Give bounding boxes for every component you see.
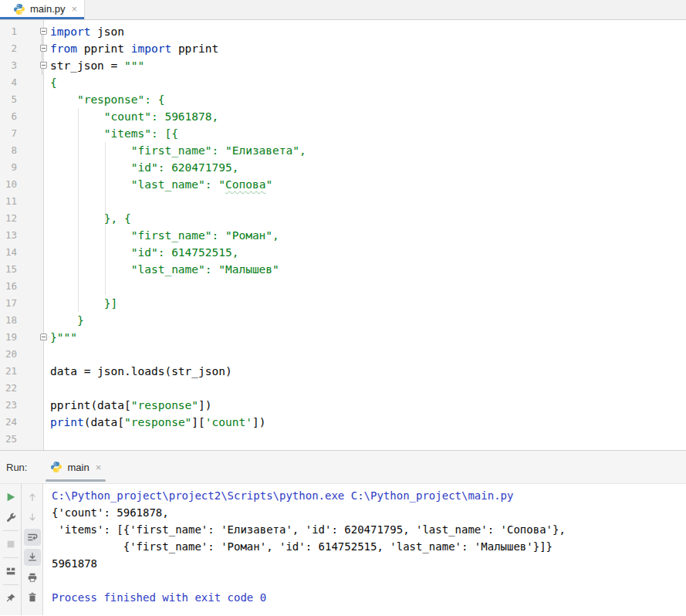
console-line: C:\Python_project\project2\Scripts\pytho…	[52, 487, 686, 504]
gutter-fold-column	[17, 346, 50, 363]
code-text: pprint(data["response"])	[50, 397, 212, 414]
code-text: "first_name": "Елизавета",	[50, 142, 306, 159]
code-text: {	[50, 74, 57, 91]
code-text: }"""	[50, 329, 77, 346]
code-line: 17 }]	[0, 295, 686, 312]
editor[interactable]: 1import json2from pprint import pprint3s…	[0, 20, 686, 450]
code-text: "response": {	[50, 91, 164, 108]
tab-title: main.py	[30, 3, 66, 15]
clear-all-icon[interactable]	[24, 589, 41, 606]
code-text: "count": 5961878,	[50, 108, 218, 125]
code-line: 20	[0, 346, 686, 363]
run-panel-header: Run: main ×	[0, 450, 686, 484]
run-label: Run:	[6, 462, 27, 473]
gutter-fold-column	[17, 295, 50, 312]
run-tab-title: main	[67, 462, 89, 473]
console-output: C:\Python_project\project2\Scripts\pytho…	[43, 484, 686, 606]
up-stacktrace-icon[interactable]	[24, 489, 41, 506]
code-line: 2from pprint import pprint	[0, 40, 686, 57]
line-number: 1	[0, 23, 17, 40]
gutter-fold-column	[17, 142, 50, 159]
code-text: "last_name": "Сопова"	[50, 176, 272, 193]
code-line: 9 "id": 620471795,	[0, 159, 686, 176]
code-line: 15 "last_name": "Малышев"	[0, 261, 686, 278]
gutter-fold-column	[17, 23, 50, 40]
gutter-fold-column	[17, 108, 50, 125]
code-line: 13 "first_name": "Роман",	[0, 227, 686, 244]
pin-icon[interactable]	[2, 590, 19, 607]
console-line: {'count': 5961878,	[52, 504, 686, 521]
gutter-fold-column	[17, 57, 50, 74]
code-text: str_json = """	[50, 57, 144, 74]
gutter-fold-column	[17, 210, 50, 227]
code-line: 21data = json.loads(str_json)	[0, 363, 686, 380]
code-text: "items": [{	[50, 125, 178, 142]
gutter-fold-column	[17, 159, 50, 176]
code-line: 7 "items": [{	[0, 125, 686, 142]
code-line: 5 "response": {	[0, 91, 686, 108]
gutter-fold-column	[17, 312, 50, 329]
line-number: 24	[0, 414, 17, 431]
line-number: 12	[0, 210, 17, 227]
gutter-fold-column	[17, 91, 50, 108]
fold-marker-icon[interactable]	[40, 28, 47, 35]
code-line: 4{	[0, 74, 686, 91]
active-tab-underline	[0, 17, 84, 19]
console-line	[52, 572, 686, 589]
code-line: 6 "count": 5961878,	[0, 108, 686, 125]
selected-run-tab-underline	[46, 479, 106, 482]
code-text: print(data["response"]['count'])	[50, 414, 265, 431]
rerun-icon[interactable]	[2, 489, 19, 506]
tab-main-py[interactable]: main.py ×	[0, 0, 85, 19]
line-number: 25	[0, 431, 17, 448]
code-line: 23pprint(data["response"])	[0, 397, 686, 414]
gutter-fold-column	[17, 261, 50, 278]
line-number: 9	[0, 159, 17, 176]
gutter-fold-column	[17, 363, 50, 380]
code-line: 8 "first_name": "Елизавета",	[0, 142, 686, 159]
run-tab-main[interactable]: main ×	[46, 451, 106, 483]
code-text: }]	[50, 295, 117, 312]
code-line: 25	[0, 431, 686, 448]
line-number: 15	[0, 261, 17, 278]
fold-marker-icon[interactable]	[40, 45, 47, 52]
fold-end-marker-icon[interactable]	[40, 333, 47, 340]
line-number: 17	[0, 295, 17, 312]
gutter-fold-column	[17, 244, 50, 261]
gutter-fold-column	[17, 329, 50, 346]
stop-icon[interactable]	[2, 536, 19, 553]
restore-layout-icon[interactable]	[2, 563, 19, 580]
scroll-to-end-icon[interactable]	[24, 549, 41, 566]
line-number: 4	[0, 74, 17, 91]
gutter-fold-column	[17, 74, 50, 91]
code-line: 18 }	[0, 312, 686, 329]
code-text: data = json.loads(str_json)	[50, 363, 232, 380]
line-number: 8	[0, 142, 17, 159]
toolbar-divider	[3, 530, 19, 531]
gutter-fold-column	[17, 125, 50, 142]
close-icon[interactable]: ×	[96, 462, 102, 472]
console-output-area[interactable]: C:\Python_project\project2\Scripts\pytho…	[43, 484, 686, 615]
line-number: 14	[0, 244, 17, 261]
console-line: 5961878	[52, 555, 686, 572]
console-line: 'items': [{'first_name': 'Елизавета', 'i…	[52, 521, 686, 538]
code-line: 22	[0, 380, 686, 397]
gutter-fold-column	[17, 431, 50, 448]
code-text: "last_name": "Малышев"	[50, 261, 279, 278]
code-line: 24print(data["response"]['count'])	[0, 414, 686, 431]
gutter-fold-column	[17, 414, 50, 431]
close-icon[interactable]: ×	[72, 4, 78, 14]
editor-tab-bar: main.py ×	[0, 0, 686, 20]
gutter-fold-column	[17, 40, 50, 57]
code-text: "id": 620471795,	[50, 159, 238, 176]
line-number: 21	[0, 363, 17, 380]
editor-code: 1import json2from pprint import pprint3s…	[0, 23, 686, 448]
code-text: import json	[50, 23, 124, 40]
wrench-icon[interactable]	[2, 509, 19, 526]
line-number: 10	[0, 176, 17, 193]
fold-marker-icon[interactable]	[40, 62, 47, 69]
print-icon[interactable]	[24, 569, 41, 586]
code-text: }	[50, 312, 84, 329]
down-stacktrace-icon[interactable]	[24, 509, 41, 526]
soft-wrap-icon[interactable]	[24, 529, 41, 546]
